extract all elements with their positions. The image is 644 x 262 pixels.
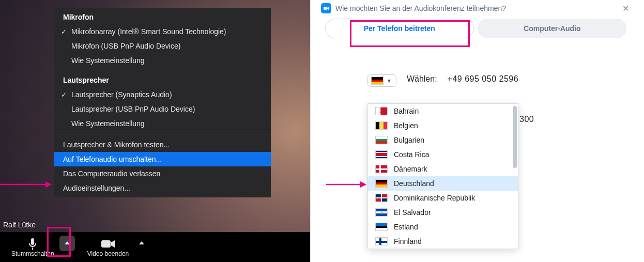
zoom-logo-icon xyxy=(321,3,331,13)
svg-rect-3 xyxy=(324,7,327,10)
country-name: El Salvador xyxy=(394,208,431,217)
dialog-title: Wie möchten Sie an der Audiokonferenz te… xyxy=(335,4,506,12)
country-option[interactable]: El Salvador xyxy=(368,205,518,220)
flag-icon xyxy=(375,194,388,202)
country-option[interactable]: Estland xyxy=(368,220,518,234)
country-option[interactable]: Dominikanische Republik xyxy=(368,191,518,205)
meeting-toolbar: Stummschalten Video beenden xyxy=(0,232,310,262)
video-options-chevron[interactable] xyxy=(134,236,149,251)
video-label: Video beenden xyxy=(87,250,129,257)
close-button[interactable]: ✕ xyxy=(620,3,631,13)
speaker-option-2[interactable]: Wie Systemeinstellung xyxy=(54,116,271,131)
annotation-arrow-left xyxy=(0,180,52,189)
flag-icon xyxy=(375,107,388,115)
country-option[interactable]: Costa Rica xyxy=(368,147,518,162)
country-option[interactable]: Belgien xyxy=(368,118,518,133)
country-name: Costa Rica xyxy=(394,150,429,159)
tab-computer-audio[interactable]: Computer-Audio xyxy=(478,19,627,38)
flag-icon xyxy=(375,208,388,217)
speaker-option-0[interactable]: Lautsprecher (Synaptics Audio) xyxy=(54,87,271,102)
dial-row: ▼ Wählen: +49 695 050 2596 xyxy=(367,74,634,87)
audio-settings-item[interactable]: Audioeinstellungen... xyxy=(54,181,271,195)
svg-rect-2 xyxy=(101,240,111,248)
dial-label: Wählen: xyxy=(407,74,437,84)
country-dropdown: BahrainBelgienBulgarienCosta RicaDänemar… xyxy=(367,103,518,249)
svg-marker-5 xyxy=(360,181,366,188)
microphone-icon xyxy=(27,238,38,250)
chevron-up-icon xyxy=(139,240,144,247)
dial-numbers: +49 695 050 2596 xyxy=(448,74,518,84)
caret-down-icon: ▼ xyxy=(387,78,392,84)
flag-icon xyxy=(375,165,388,173)
video-button[interactable]: Video beenden xyxy=(82,232,134,262)
flag-icon xyxy=(375,223,388,231)
flag-icon xyxy=(375,179,388,188)
country-name: Estland xyxy=(394,223,418,231)
mic-section-title: Mikrofon xyxy=(54,8,271,24)
leave-computer-audio-item[interactable]: Das Computeraudio verlassen xyxy=(54,166,271,181)
country-name: Belgien xyxy=(394,121,418,130)
country-option[interactable]: Deutschland xyxy=(368,176,518,191)
flag-icon xyxy=(375,121,388,130)
phone-number-1: +49 695 050 2596 xyxy=(448,74,518,84)
country-option[interactable]: Bahrain xyxy=(368,104,518,118)
audio-options-menu: Mikrofon Mikrofonarray (Intel® Smart Sou… xyxy=(54,8,271,197)
scrollbar-thumb[interactable] xyxy=(513,106,517,168)
mic-option-0[interactable]: Mikrofonarray (Intel® Smart Sound Techno… xyxy=(54,24,271,39)
country-name: Bahrain xyxy=(394,107,419,115)
mic-option-2[interactable]: Wie Systemeinstellung xyxy=(54,53,271,68)
video-camera-icon xyxy=(101,238,115,250)
annotation-highlight-tab xyxy=(350,20,470,47)
country-option[interactable]: Bulgarien xyxy=(368,133,518,147)
dialog-titlebar: Wie möchten Sie an der Audiokonferenz te… xyxy=(318,3,634,19)
phone-number-partial: 300 xyxy=(519,115,534,124)
flag-icon xyxy=(375,237,388,245)
flag-icon xyxy=(371,76,384,85)
flag-icon xyxy=(375,136,388,144)
menu-separator xyxy=(54,134,271,134)
annotation-arrow-right xyxy=(326,180,366,189)
speaker-section-title: Lautsprecher xyxy=(54,71,271,87)
country-name: Bulgarien xyxy=(394,136,424,144)
country-name: Finnland xyxy=(394,237,422,245)
zoom-main-window: Mikrofon Mikrofonarray (Intel® Smart Sou… xyxy=(0,0,310,262)
mic-option-1[interactable]: Mikrofon (USB PnP Audio Device) xyxy=(54,39,271,53)
country-name: Deutschland xyxy=(394,179,434,188)
country-select-button[interactable]: ▼ xyxy=(367,74,396,87)
annotation-highlight-chevron xyxy=(47,227,71,257)
flag-icon xyxy=(375,150,388,159)
test-audio-item[interactable]: Lautsprecher & Mikrofon testen... xyxy=(54,137,271,152)
country-name: Dänemark xyxy=(394,165,427,173)
country-name: Dominikanische Republik xyxy=(394,194,475,202)
switch-to-phone-audio-item[interactable]: Auf Telefonaudio umschalten... xyxy=(54,152,271,166)
svg-marker-1 xyxy=(45,181,52,188)
close-icon: ✕ xyxy=(622,4,629,13)
join-audio-dialog: Wie möchten Sie an der Audiokonferenz te… xyxy=(310,0,644,262)
country-option[interactable]: Finnland xyxy=(368,234,518,249)
country-option[interactable]: Dänemark xyxy=(368,162,518,176)
participant-name: Ralf Lütke xyxy=(3,221,36,229)
speaker-option-1[interactable]: Lautsprecher (USB PnP Audio Device) xyxy=(54,102,271,116)
